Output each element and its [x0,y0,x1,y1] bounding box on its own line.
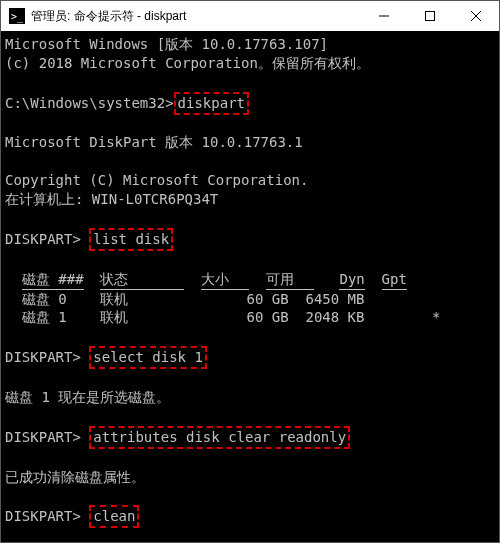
prompt: DISKPART> [5,429,81,445]
blank-line [5,251,495,270]
maximize-button[interactable] [407,1,453,31]
highlighted-command: diskpart [174,92,249,115]
prompt-line: DISKPART> list disk [5,228,495,251]
svg-rect-1 [426,12,435,21]
maximize-icon [425,11,435,21]
prompt-line: DISKPART> attributes disk clear readonly [5,426,495,449]
blank-line [5,528,495,542]
table-header-row: 磁盘 ### 状态 大小 可用 Dyn Gpt [5,270,495,290]
table-row: 磁盘 1 联机 60 GB 2048 KB * [5,308,495,327]
text-line: Copyright (C) Microsoft Corporation. [5,171,495,190]
blank-line [5,407,495,426]
blank-line [5,115,495,134]
minimize-button[interactable] [361,1,407,31]
close-icon [471,11,481,21]
col-status: 状态 [100,270,184,290]
text-line: 已成功清除磁盘属性。 [5,468,495,487]
text-line: 磁盘 1 现在是所选磁盘。 [5,388,495,407]
cmd-icon: >_ [9,8,25,24]
text-line: Microsoft Windows [版本 10.0.17763.107] [5,35,495,54]
blank-line [5,486,495,505]
text-line: Microsoft DiskPart 版本 10.0.17763.1 [5,133,495,152]
prompt-line: DISKPART> clean [5,505,495,528]
blank-line [5,73,495,92]
col-gpt: Gpt [382,270,407,290]
col-size: 大小 [201,270,249,290]
blank-line [5,327,495,346]
terminal-output[interactable]: Microsoft Windows [版本 10.0.17763.107](c)… [1,31,499,542]
prompt-line: C:\Windows\system32>diskpart [5,92,495,115]
titlebar[interactable]: >_ 管理员: 命令提示符 - diskpart [1,1,499,31]
cmd-window: >_ 管理员: 命令提示符 - diskpart Microsoft Windo… [0,0,500,543]
text-line: 在计算机上: WIN-L0TCR6PQ34T [5,190,495,209]
highlighted-command: list disk [89,228,173,251]
window-title: 管理员: 命令提示符 - diskpart [31,8,361,25]
blank-line [5,152,495,171]
col-disk: 磁盘 ### [22,270,84,290]
highlighted-command: attributes disk clear readonly [89,426,350,449]
col-dyn: Dyn [339,270,364,290]
window-controls [361,1,499,31]
highlighted-command: select disk 1 [89,346,207,369]
col-free: 可用 [266,270,314,290]
blank-line [5,369,495,388]
highlighted-command: clean [89,505,139,528]
prompt: DISKPART> [5,349,81,365]
blank-line [5,449,495,468]
prompt: C:\Windows\system32> [5,95,174,111]
text-line: (c) 2018 Microsoft Corporation。保留所有权利。 [5,54,495,73]
prompt: DISKPART> [5,508,81,524]
minimize-icon [379,11,389,21]
prompt: DISKPART> [5,231,81,247]
blank-line [5,209,495,228]
prompt-line: DISKPART> select disk 1 [5,346,495,369]
table-row: 磁盘 0 联机 60 GB 6450 MB [5,290,495,309]
close-button[interactable] [453,1,499,31]
